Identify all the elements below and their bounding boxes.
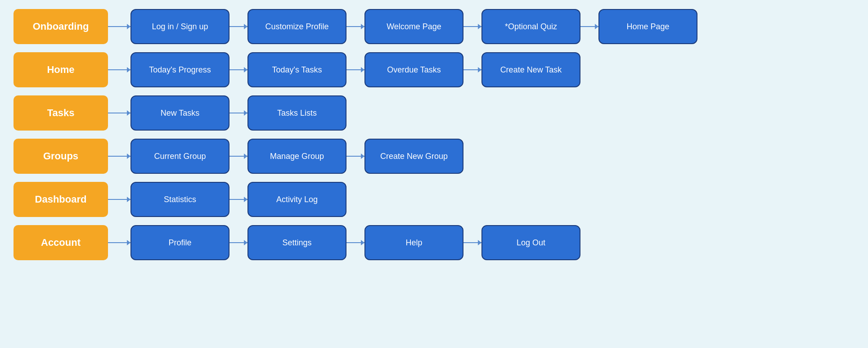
- row-account: AccountProfileSettingsHelpLog Out: [13, 225, 855, 260]
- connector-between-nodes: [580, 26, 598, 27]
- node-log-in-sign-up[interactable]: Log in / Sign up: [130, 9, 229, 44]
- connector-between-nodes: [229, 199, 247, 200]
- connector-line: [108, 199, 130, 200]
- category-home[interactable]: Home: [13, 52, 108, 87]
- connector-between-nodes: [346, 156, 364, 157]
- connector-between-nodes: [229, 26, 247, 27]
- category-dashboard[interactable]: Dashboard: [13, 182, 108, 217]
- connector-between-nodes: [229, 113, 247, 113]
- category-groups[interactable]: Groups: [13, 139, 108, 174]
- node-create-new-group[interactable]: Create New Group: [364, 139, 463, 174]
- node-profile[interactable]: Profile: [130, 225, 229, 260]
- connector-line: [108, 113, 130, 113]
- connector-between-nodes: [229, 156, 247, 157]
- node-welcome-page[interactable]: Welcome Page: [364, 9, 463, 44]
- node-settings[interactable]: Settings: [247, 225, 346, 260]
- category-account[interactable]: Account: [13, 225, 108, 260]
- connector-between-nodes: [346, 26, 364, 27]
- connector-between-nodes: [463, 69, 481, 70]
- nodes-group: New TasksTasks Lists: [130, 95, 346, 131]
- node-create-new-task[interactable]: Create New Task: [481, 52, 580, 87]
- node-overdue-tasks[interactable]: Overdue Tasks: [364, 52, 463, 87]
- connector-between-nodes: [346, 242, 364, 243]
- node-tasks-lists[interactable]: Tasks Lists: [247, 95, 346, 131]
- connector-line: [108, 69, 130, 70]
- node-statistics[interactable]: Statistics: [130, 182, 229, 217]
- node-help[interactable]: Help: [364, 225, 463, 260]
- node-home-page[interactable]: Home Page: [598, 9, 697, 44]
- category-tasks[interactable]: Tasks: [13, 95, 108, 131]
- node-manage-group[interactable]: Manage Group: [247, 139, 346, 174]
- node-current-group[interactable]: Current Group: [130, 139, 229, 174]
- nodes-group: StatisticsActivity Log: [130, 182, 346, 217]
- connector-between-nodes: [463, 242, 481, 243]
- row-tasks: TasksNew TasksTasks Lists: [13, 95, 855, 131]
- node-today's-tasks[interactable]: Today's Tasks: [247, 52, 346, 87]
- nodes-group: Log in / Sign upCustomize ProfileWelcome…: [130, 9, 697, 44]
- connector-between-nodes: [229, 69, 247, 70]
- connector-between-nodes: [229, 242, 247, 243]
- category-onboarding[interactable]: Onboarding: [13, 9, 108, 44]
- connector-line: [108, 242, 130, 243]
- nodes-group: Current GroupManage GroupCreate New Grou…: [130, 139, 463, 174]
- node--optional-quiz[interactable]: *Optional Quiz: [481, 9, 580, 44]
- connector-line: [108, 26, 130, 27]
- connector-between-nodes: [463, 26, 481, 27]
- row-dashboard: DashboardStatisticsActivity Log: [13, 182, 855, 217]
- row-home: HomeToday's ProgressToday's TasksOverdue…: [13, 52, 855, 87]
- node-customize-profile[interactable]: Customize Profile: [247, 9, 346, 44]
- connector-line: [108, 156, 130, 157]
- node-activity-log[interactable]: Activity Log: [247, 182, 346, 217]
- node-log-out[interactable]: Log Out: [481, 225, 580, 260]
- diagram: OnboardingLog in / Sign upCustomize Prof…: [13, 9, 855, 260]
- row-onboarding: OnboardingLog in / Sign upCustomize Prof…: [13, 9, 855, 44]
- node-today's-progress[interactable]: Today's Progress: [130, 52, 229, 87]
- connector-between-nodes: [346, 69, 364, 70]
- row-groups: GroupsCurrent GroupManage GroupCreate Ne…: [13, 139, 855, 174]
- nodes-group: Today's ProgressToday's TasksOverdue Tas…: [130, 52, 580, 87]
- nodes-group: ProfileSettingsHelpLog Out: [130, 225, 580, 260]
- node-new-tasks[interactable]: New Tasks: [130, 95, 229, 131]
